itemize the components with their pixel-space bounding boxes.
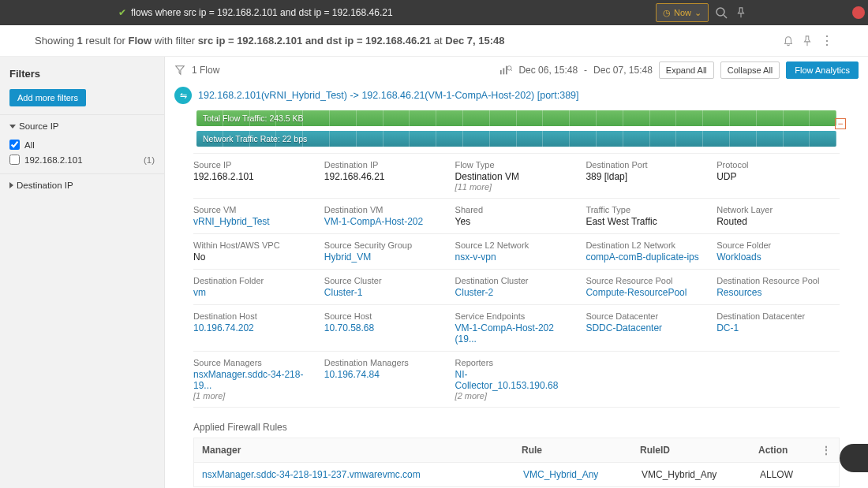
detail-value-link[interactable]: compA-comB-duplicate-ips [586,251,700,263]
pin-icon-2[interactable] [802,35,814,47]
detail-value-link[interactable]: Resources [716,287,831,298]
details-cell: Destination Foldervm [193,270,316,304]
details-cell: Network LayerRouted [709,199,840,233]
detail-value-link[interactable]: vm [193,287,308,298]
funnel-icon[interactable] [174,65,185,76]
details-grid: Source IP192.168.2.101Destination IP192.… [193,153,840,408]
details-row: Destination FoldervmSource ClusterCluste… [193,270,840,305]
details-cell: Source ClusterCluster-1 [316,270,447,304]
pin-icon[interactable] [735,7,750,18]
detail-value-link[interactable]: Workloads [716,251,831,263]
detail-value: East West Traffic [586,216,700,227]
details-cell: Destination IP192.168.46.21 [316,154,447,198]
svg-line-6 [511,69,513,71]
facet-all-checkbox[interactable] [9,140,20,150]
total-traffic-bar[interactable]: Total Flow Traffic: 243.5 KB [196,110,836,126]
rules-head: Manager Rule RuleID Action ⋮ [194,438,839,463]
detail-value: 192.168.46.21 [324,171,439,182]
details-cell: Destination Managers10.196.74.84 [316,352,447,407]
traffic-bars: Total Flow Traffic: 243.5 KB Network Tra… [196,110,836,147]
clock-icon: ◷ [663,8,671,18]
detail-value: Destination VM [455,171,570,182]
detail-value-link[interactable]: 10.196.74.84 [324,369,439,380]
detail-value-link[interactable]: Compute-ResourcePool [586,287,700,298]
rule-manager-link[interactable]: nsxManager.sddc-34-218-191-237.vmwarevmc… [202,469,486,480]
details-cell: Traffic TypeEast West Traffic [578,199,709,233]
details-row: Within Host/AWS VPCNoSource Security Gro… [193,234,840,270]
search-wrap: ✔ [118,7,649,18]
traffic-rate-bar[interactable]: Network Traffic Rate: 22 bps [196,131,836,147]
more-link[interactable]: [11 more] [455,182,570,192]
more-menu-icon[interactable]: ⋮ [821,33,833,48]
svg-rect-2 [500,70,502,74]
search-icon[interactable] [715,6,729,19]
timerange-icon[interactable] [499,65,512,76]
detail-value-link[interactable]: 10.196.74.202 [193,322,308,333]
details-cell: Destination L2 NetworkcompA-comB-duplica… [578,234,709,269]
details-row: Source VMvRNI_Hybrid_TestDestination VMV… [193,199,840,234]
detail-value-link[interactable]: Cluster-1 [324,287,439,298]
time-end: Dec 07, 15:48 [593,65,653,76]
firewall-rules-table: Manager Rule RuleID Action ⋮ nsxManager.… [193,438,840,487]
flow-badge-icon: ⇋ [174,87,192,104]
detail-value-link[interactable]: Hybrid_VM [324,251,439,263]
detail-value-link[interactable]: SDDC-Datacenter [586,322,700,333]
now-label: Now [674,8,691,17]
details-cell: ReportersNI-Collector_10.153.190.68[2 mo… [447,352,578,407]
details-cell: Source VMvRNI_Hybrid_Test [193,199,316,233]
time-start: Dec 06, 15:48 [518,65,578,76]
details-cell: Destination VMVM-1-CompA-Host-202 [316,199,447,233]
detail-value-link[interactable]: VM-1-CompA-Host-202 (19... [455,322,570,345]
rule-link[interactable]: VMC_Hybrid_Any [523,469,642,480]
facet-ip-checkbox[interactable] [9,155,20,165]
flow-analytics-button[interactable]: Flow Analytics [786,61,859,79]
collapse-card-icon[interactable]: − [835,118,846,129]
collapse-all-button[interactable]: Collapse All [720,61,780,79]
detail-value-link[interactable]: nsxManager.sddc-34-218-19... [193,369,308,391]
results-summary: Showing 1 result for Flow with filter sr… [0,25,868,57]
detail-value-link[interactable]: 10.70.58.68 [324,322,439,333]
rules-menu-icon[interactable]: ⋮ [821,445,831,456]
detail-value: UDP [716,171,831,182]
facet-all-row[interactable]: All [9,137,155,152]
more-link[interactable]: [2 more] [455,391,570,400]
help-bubble-icon[interactable] [840,444,868,472]
bell-icon[interactable] [783,35,795,47]
content-toolbar: 1 Flow Dec 06, 15:48 - Dec 07, 15:48 Exp… [165,57,868,84]
time-now-button[interactable]: ◷ Now ⌄ [656,3,709,22]
details-cell: Destination Resource PoolResources [709,270,840,304]
top-search-bar: ✔ ◷ Now ⌄ [0,0,868,25]
detail-value-link[interactable]: NI-Collector_10.153.190.68 [455,369,570,391]
more-link[interactable]: [1 more] [193,391,308,400]
svg-line-1 [724,15,727,18]
details-row: Source IP192.168.2.101Destination IP192.… [193,154,840,199]
add-filters-button[interactable]: Add more filters [9,89,86,106]
detail-value-link[interactable]: vRNI_Hybrid_Test [193,216,308,227]
chevron-down-icon: ⌄ [694,8,702,18]
detail-value-link[interactable]: VM-1-CompA-Host-202 [324,216,439,227]
details-cell: Flow TypeDestination VM[11 more] [447,154,578,198]
svg-rect-4 [506,66,507,75]
detail-value-link[interactable]: Cluster-2 [455,287,570,298]
notification-dot-icon[interactable] [852,6,865,19]
facet-source-ip-toggle[interactable]: Source IP [0,115,164,137]
detail-value-link[interactable]: nsx-v-vpn [455,251,570,263]
expand-all-button[interactable]: Expand All [659,61,714,79]
details-cell: Within Host/AWS VPCNo [193,234,316,269]
flow-header-row: ⇋ 192.168.2.101(vRNI_Hybrid_Test) -> 192… [165,84,868,107]
details-cell: SharedYes [447,199,578,233]
details-cell: Source FolderWorkloads [709,234,840,269]
detail-value-link[interactable]: DC-1 [716,322,831,333]
flow-title-link[interactable]: 192.168.2.101(vRNI_Hybrid_Test) -> 192.1… [198,90,579,101]
search-input[interactable] [131,7,649,18]
caret-right-icon [9,182,13,188]
detail-value: No [193,251,308,263]
facet-ip-row[interactable]: 192.168.2.101 (1) [9,152,155,167]
details-cell: Source L2 Networknsx-v-vpn [447,234,578,269]
facet-destination-ip-toggle[interactable]: Destination IP [0,174,164,196]
details-cell [709,352,840,407]
check-icon: ✔ [118,7,126,18]
details-cell: Source Resource PoolCompute-ResourcePool [578,270,709,304]
firewall-rules-title: Applied Firewall Rules [193,422,840,433]
detail-value: 192.168.2.101 [193,171,308,182]
